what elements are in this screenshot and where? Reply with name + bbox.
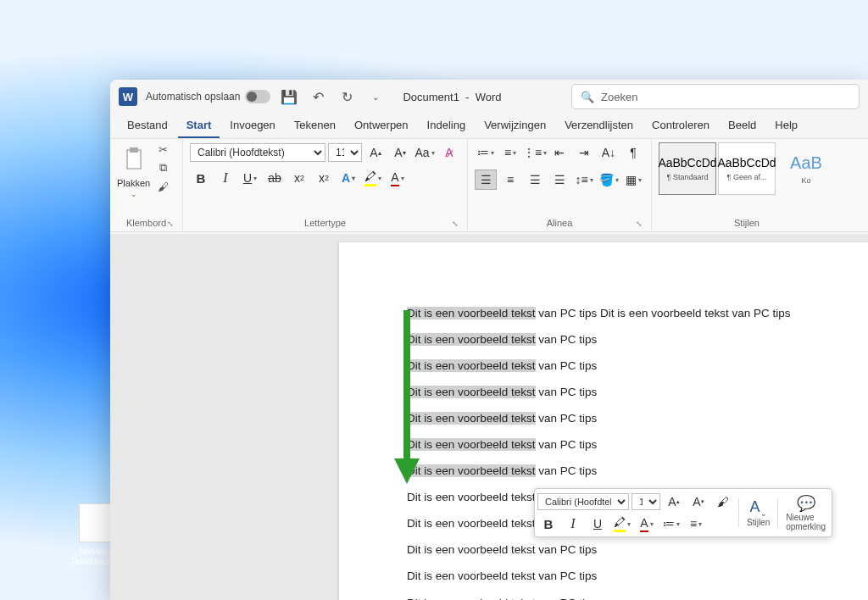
mini-size-select[interactable]: 11 [632, 493, 660, 510]
menu-tekenen[interactable]: Tekenen [286, 114, 344, 138]
titlebar: W Automatisch opslaan 💾 ↶ ↻ ⌄ Document1 … [110, 80, 868, 114]
search-input[interactable]: 🔍 Zoeken [571, 84, 860, 109]
mini-format-painter-icon[interactable]: 🖌 [712, 492, 734, 512]
menu-verwijzingen[interactable]: Verwijzingen [476, 114, 554, 138]
menu-indeling[interactable]: Indeling [419, 114, 475, 138]
document-name: Document1 - Word [403, 91, 501, 103]
borders-icon[interactable]: ▦▾ [622, 169, 644, 190]
text-line[interactable]: Dit is een voorbeeld tekst van PC tips [407, 353, 868, 379]
strike-button[interactable]: ab [264, 168, 286, 188]
chevron-down-icon[interactable]: ⌄ [131, 190, 137, 198]
superscript-button[interactable]: x2 [313, 168, 335, 188]
mini-styles-button[interactable]: A⌄ Stijlen [743, 498, 773, 527]
style-normal[interactable]: AaBbCcDd ¶ Standaard [659, 142, 716, 195]
mini-bold-button[interactable]: B [537, 514, 559, 534]
dialog-launcher-icon[interactable]: ⤡ [452, 219, 459, 228]
mini-font-color-icon[interactable]: A▾ [636, 514, 658, 534]
menu-verzendlijsten[interactable]: Verzendlijsten [556, 114, 642, 138]
bold-button[interactable]: B [190, 168, 212, 188]
decrease-font-icon[interactable]: A▾ [389, 142, 411, 163]
mini-decrease-font-icon[interactable]: A▾ [687, 492, 709, 512]
cut-icon[interactable]: ✂ [155, 142, 170, 156]
font-size-select[interactable]: 11 [328, 143, 362, 162]
mini-increase-font-icon[interactable]: A▴ [663, 492, 685, 512]
underline-button[interactable]: U▾ [239, 168, 261, 188]
numbering-icon[interactable]: ≡▾ [499, 142, 521, 163]
redo-icon[interactable]: ↻ [337, 86, 357, 107]
menu-controleren[interactable]: Controleren [643, 114, 718, 138]
menu-ontwerpen[interactable]: Ontwerpen [346, 114, 417, 138]
mini-underline-button[interactable]: U [587, 514, 609, 534]
style-heading[interactable]: AaB Ko [777, 142, 835, 195]
autosave-toggle[interactable]: Automatisch opslaan [146, 90, 270, 103]
text-line[interactable]: Dit is een voorbeeld tekst van PC tips [407, 563, 868, 589]
styles-group-label: Stijlen [734, 218, 760, 228]
increase-indent-icon[interactable]: ⇥ [573, 142, 595, 163]
document-icon [79, 503, 111, 542]
clipboard-group-label: Klembord [126, 218, 166, 228]
text-line[interactable]: Dit is een voorbeeld tekst van PC tips [407, 536, 868, 563]
search-icon: 🔍 [581, 91, 594, 103]
undo-icon[interactable]: ↶ [308, 86, 328, 107]
decrease-indent-icon[interactable]: ⇤ [548, 142, 570, 163]
show-marks-icon[interactable]: ¶ [622, 142, 644, 163]
font-group-label: Lettertype [304, 218, 346, 228]
bullets-icon[interactable]: ≔▾ [475, 142, 497, 163]
sort-icon[interactable]: A↓ [598, 142, 620, 163]
text-line[interactable]: Dit is een voorbeeld tekst van PC tips [407, 405, 868, 431]
mini-new-comment-button[interactable]: 💬 Nieuwe opmerking [782, 494, 829, 531]
align-center-icon[interactable]: ≡ [499, 169, 521, 190]
text-line[interactable]: Dit is een voorbeeld tekst van PC tips [407, 458, 868, 484]
mini-numbering-icon[interactable]: ≡▾ [685, 514, 707, 534]
styles-gallery[interactable]: AaBbCcDd ¶ Standaard AaBbCcDd ¶ Geen af.… [659, 142, 835, 195]
toggle-switch[interactable] [245, 90, 270, 103]
line-spacing-icon[interactable]: ↕≡▾ [573, 169, 595, 190]
shading-icon[interactable]: 🪣▾ [598, 169, 620, 190]
menu-help[interactable]: Help [766, 114, 806, 138]
text-line[interactable]: Dit is een voorbeeld tekst van PC tips [407, 326, 868, 353]
format-painter-icon[interactable]: 🖌 [155, 180, 170, 193]
multilevel-icon[interactable]: ⋮≡▾ [524, 142, 546, 163]
text-line[interactable]: Dit is een voorbeeld tekst van PC tips [407, 431, 868, 458]
search-placeholder: Zoeken [601, 91, 637, 103]
paste-label: Plakken [117, 178, 150, 188]
text-line[interactable]: Dit is een voorbeeld tekst van PC tips [407, 379, 868, 405]
font-color-icon[interactable]: A▾ [387, 168, 409, 188]
styles-icon: A⌄ [750, 498, 767, 518]
font-family-select[interactable]: Calibri (Hoofdtekst) [190, 143, 326, 162]
word-window: W Automatisch opslaan 💾 ↶ ↻ ⌄ Document1 … [110, 80, 868, 600]
highlight-icon[interactable]: 🖍▾ [362, 168, 384, 188]
align-right-icon[interactable]: ☰ [524, 169, 546, 190]
mini-italic-button[interactable]: I [562, 514, 584, 534]
menu-invoegen[interactable]: Invoegen [221, 114, 284, 138]
mini-bullets-icon[interactable]: ≔▾ [660, 514, 682, 534]
dialog-launcher-icon[interactable]: ⤡ [167, 219, 174, 228]
increase-font-icon[interactable]: A▴ [364, 142, 387, 163]
italic-button[interactable]: I [214, 168, 236, 188]
text-effects-icon[interactable]: A▾ [337, 168, 359, 188]
text-line[interactable]: Dit is een voorbeeld tekst van PC tips D… [407, 300, 868, 326]
justify-icon[interactable]: ☰ [548, 169, 570, 190]
text-line[interactable]: Dit is een voorbeeld tekst van PC tips [407, 590, 868, 600]
autosave-label: Automatisch opslaan [146, 91, 240, 103]
mini-font-select[interactable]: Calibri (Hoofdtekst) [537, 493, 629, 510]
align-left-icon[interactable]: ☰ [475, 169, 497, 190]
menu-bestand[interactable]: Bestand [119, 114, 176, 138]
change-case-icon[interactable]: Aa▾ [414, 142, 436, 163]
menubar: BestandStartInvoegenTekenenOntwerpenInde… [110, 114, 868, 139]
save-icon[interactable]: 💾 [279, 86, 299, 107]
clear-format-icon[interactable]: A̷ [438, 142, 460, 163]
copy-icon[interactable]: ⧉ [155, 161, 170, 175]
subscript-button[interactable]: x2 [288, 168, 310, 188]
menu-beeld[interactable]: Beeld [720, 114, 765, 138]
mini-highlight-icon[interactable]: 🖍▾ [611, 514, 633, 534]
paste-button[interactable] [120, 142, 148, 176]
qat-dropdown-icon[interactable]: ⌄ [365, 86, 386, 107]
menu-start[interactable]: Start [178, 114, 220, 138]
svg-rect-1 [130, 147, 138, 153]
page[interactable]: Dit is een voorbeeld tekst van PC tips D… [339, 242, 868, 600]
style-nospacing[interactable]: AaBbCcDd ¶ Geen af... [718, 142, 776, 195]
word-icon: W [119, 87, 137, 106]
dialog-launcher-icon[interactable]: ⤡ [636, 219, 643, 228]
document-area: Dit is een voorbeeld tekst van PC tips D… [110, 234, 868, 600]
